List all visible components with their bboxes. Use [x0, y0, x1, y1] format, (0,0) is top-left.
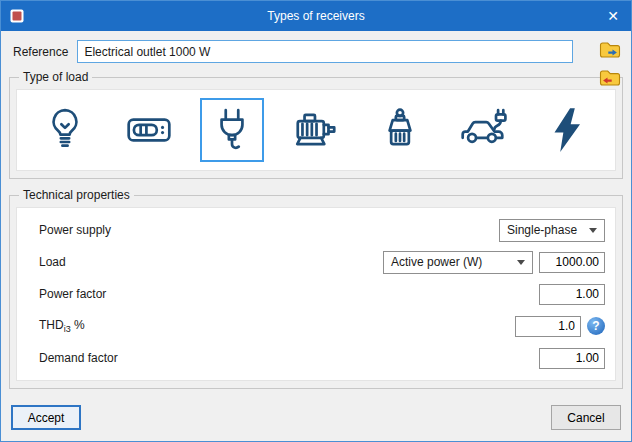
power-supply-row: Power supply Single-phase — [27, 214, 605, 246]
technical-properties-title: Technical properties — [19, 188, 134, 202]
load-type-select[interactable]: Active power (W) — [383, 251, 533, 274]
chevron-down-icon — [517, 260, 525, 265]
motor-icon — [291, 105, 341, 155]
demand-factor-label: Demand factor — [39, 351, 118, 365]
electric-vehicle-icon — [458, 105, 508, 155]
types-of-receivers-dialog: Types of receivers ✕ Reference Type of l… — [0, 0, 632, 442]
load-label: Load — [39, 255, 66, 269]
load-option-motor[interactable] — [284, 98, 348, 162]
panel-appliance-icon — [124, 105, 174, 155]
window-title: Types of receivers — [1, 9, 631, 23]
type-of-load-title: Type of load — [19, 70, 92, 84]
chevron-down-icon — [589, 228, 597, 233]
power-factor-label: Power factor — [39, 287, 106, 301]
thd-label: THDi3 % — [39, 318, 85, 334]
light-bulb-icon — [40, 105, 90, 155]
load-option-generic[interactable] — [535, 98, 599, 162]
thd-input[interactable] — [515, 316, 581, 337]
plug-icon — [207, 105, 257, 155]
power-supply-select[interactable]: Single-phase — [499, 219, 605, 242]
reference-input[interactable] — [77, 40, 573, 63]
technical-properties-group: Technical properties Power supply Single… — [9, 188, 623, 389]
type-of-load-group: Type of load — [9, 70, 623, 179]
title-bar[interactable]: Types of receivers ✕ — [1, 1, 631, 31]
load-type-value: Active power (W) — [391, 255, 482, 269]
reference-row: Reference — [1, 31, 631, 67]
load-option-lighting[interactable] — [33, 98, 97, 162]
technical-properties-panel: Power supply Single-phase Load Active po… — [16, 207, 616, 381]
reference-label: Reference — [13, 45, 68, 59]
close-icon[interactable]: ✕ — [595, 1, 631, 31]
open-library-button[interactable] — [597, 39, 623, 61]
app-icon — [10, 9, 24, 23]
hoist-icon — [375, 105, 425, 155]
power-supply-label: Power supply — [39, 223, 111, 237]
load-option-electric-vehicle[interactable] — [451, 98, 515, 162]
load-amount-input[interactable] — [539, 252, 605, 273]
load-option-appliance[interactable] — [117, 98, 181, 162]
power-factor-row: Power factor — [27, 278, 605, 310]
power-supply-value: Single-phase — [507, 223, 577, 237]
load-icon-strip — [16, 89, 616, 171]
load-option-plug-selected[interactable] — [200, 98, 264, 162]
power-factor-input[interactable] — [539, 284, 605, 305]
footer-bar: Accept Cancel — [1, 397, 631, 441]
cancel-button[interactable]: Cancel — [551, 405, 621, 430]
folder-open-blue-arrow-icon — [599, 41, 621, 59]
lightning-bolt-icon — [542, 105, 592, 155]
library-button-rail — [597, 39, 623, 89]
help-icon[interactable]: ? — [587, 317, 605, 335]
save-library-button[interactable] — [597, 67, 623, 89]
demand-factor-input[interactable] — [539, 348, 605, 369]
demand-factor-row: Demand factor — [27, 342, 605, 374]
accept-button[interactable]: Accept — [11, 405, 81, 430]
load-option-hoist[interactable] — [368, 98, 432, 162]
load-row: Load Active power (W) — [27, 246, 605, 278]
thd-row: THDi3 % ? — [27, 310, 605, 342]
folder-save-red-arrow-icon — [599, 69, 621, 87]
